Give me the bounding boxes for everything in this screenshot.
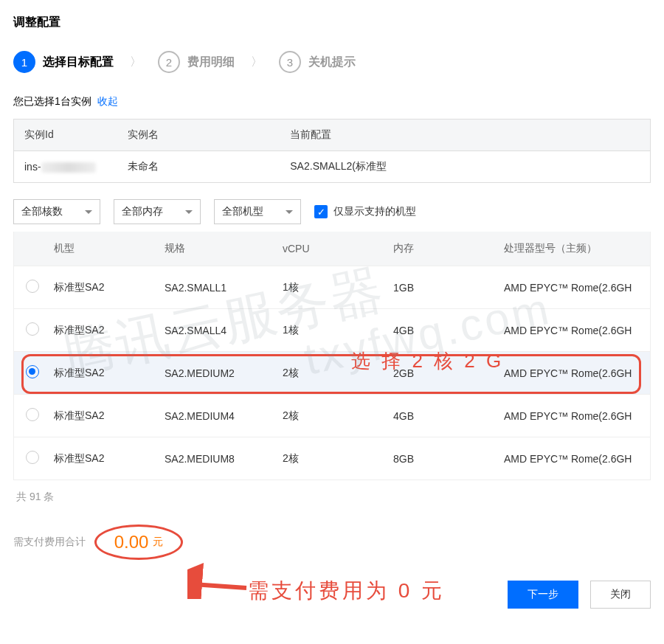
instance-row: ins- 未命名 SA2.SMALL2(标准型 (14, 151, 651, 183)
caret-down-icon (286, 210, 293, 214)
spec-row[interactable]: 标准型SA2SA2.MEDIUM42核4GBAMD EPYC™ Rome(2.6… (14, 395, 650, 437)
instance-id-prefix: ins- (24, 161, 41, 173)
button-row: 下一步 关闭 (13, 581, 651, 609)
step-1-number: 1 (13, 51, 35, 73)
step-3-label: 关机提示 (308, 55, 356, 70)
caret-down-icon (185, 210, 193, 214)
checkbox-checked-icon: ✓ (314, 205, 328, 218)
step-1-label: 选择目标配置 (43, 55, 114, 70)
row-spec: SA2.SMALL1 (157, 266, 275, 309)
filter-mem-label: 全部内存 (122, 205, 163, 218)
row-vcpu: 2核 (275, 395, 386, 437)
row-mem: 8GB (386, 437, 497, 480)
spec-table: 机型 规格 vCPU 内存 处理器型号（主频） 标准型SA2SA2.SMALL1… (14, 232, 650, 479)
instance-name: 未命名 (117, 151, 280, 183)
selected-count-text: 您已选择1台实例 (13, 95, 91, 107)
filter-mem-dropdown[interactable]: 全部内存 (114, 199, 201, 224)
chevron-right-icon: 〉 (251, 55, 263, 70)
close-button[interactable]: 关闭 (590, 581, 651, 609)
radio-icon[interactable] (26, 408, 39, 421)
annotation-price-circle: 0.00 元 (94, 524, 183, 560)
radio-icon[interactable] (26, 322, 39, 336)
only-supported-checkbox[interactable]: ✓ 仅显示支持的机型 (314, 205, 416, 218)
radio-icon[interactable] (26, 365, 39, 378)
collapse-link[interactable]: 收起 (97, 95, 118, 107)
pay-amount: 0.00 (114, 532, 149, 553)
radio-icon[interactable] (26, 451, 39, 464)
instance-id-redacted (41, 162, 96, 173)
instance-header-id: 实例Id (14, 120, 117, 151)
row-spec: SA2.MEDIUM8 (157, 437, 275, 480)
row-vcpu: 2核 (275, 437, 386, 480)
instance-config: SA2.SMALL2(标准型 (280, 151, 650, 183)
stepper: 1 选择目标配置 〉 2 费用明细 〉 3 关机提示 (13, 51, 651, 73)
row-proc: AMD EPYC™ Rome(2.6GH (497, 395, 650, 437)
step-3-number: 3 (279, 51, 301, 73)
row-mem: 4GB (386, 309, 497, 352)
step-2[interactable]: 2 费用明细 (158, 51, 235, 73)
row-vcpu: 2核 (275, 352, 386, 395)
spec-header-proc: 处理器型号（主频） (497, 232, 650, 266)
radio-icon[interactable] (26, 280, 39, 293)
row-spec: SA2.MEDIUM4 (157, 395, 275, 437)
step-1[interactable]: 1 选择目标配置 (13, 51, 114, 73)
row-model: 标准型SA2 (46, 352, 157, 395)
filter-model-dropdown[interactable]: 全部机型 (214, 199, 301, 224)
row-model: 标准型SA2 (46, 437, 157, 480)
row-mem: 2GB (386, 352, 497, 395)
filter-model-label: 全部机型 (222, 205, 263, 218)
instance-header-name: 实例名 (117, 120, 280, 151)
instance-table: 实例Id 实例名 当前配置 ins- 未命名 SA2.SMALL2(标准型 (13, 119, 651, 183)
row-vcpu: 1核 (275, 266, 386, 309)
step-3[interactable]: 3 关机提示 (279, 51, 356, 73)
caret-down-icon (85, 210, 92, 214)
row-proc: AMD EPYC™ Rome(2.6GH (497, 437, 650, 480)
spec-header-spec: 规格 (157, 232, 275, 266)
spec-row[interactable]: 标准型SA2SA2.MEDIUM22核2GBAMD EPYC™ Rome(2.6… (14, 352, 650, 395)
row-model: 标准型SA2 (46, 266, 157, 309)
filter-cores-dropdown[interactable]: 全部核数 (13, 199, 100, 224)
spec-table-wrap: 机型 规格 vCPU 内存 处理器型号（主频） 标准型SA2SA2.SMALL1… (13, 232, 651, 480)
filter-cores-label: 全部核数 (21, 205, 63, 218)
spec-header-vcpu: vCPU (275, 232, 386, 266)
next-button[interactable]: 下一步 (508, 581, 578, 609)
row-mem: 1GB (386, 266, 497, 309)
step-2-label: 费用明细 (187, 55, 235, 70)
row-vcpu: 1核 (275, 309, 386, 352)
row-spec: SA2.MEDIUM2 (157, 352, 275, 395)
row-spec: SA2.SMALL4 (157, 309, 275, 352)
spec-row[interactable]: 标准型SA2SA2.SMALL11核1GBAMD EPYC™ Rome(2.6G… (14, 266, 650, 309)
pay-line: 需支付费用合计 0.00 元 (13, 524, 651, 560)
spec-row[interactable]: 标准型SA2SA2.SMALL41核4GBAMD EPYC™ Rome(2.6G… (14, 309, 650, 352)
instance-header-config: 当前配置 (280, 120, 650, 151)
spec-header-mem: 内存 (386, 232, 497, 266)
row-proc: AMD EPYC™ Rome(2.6GH (497, 266, 650, 309)
spec-header-model: 机型 (46, 232, 157, 266)
row-model: 标准型SA2 (46, 309, 157, 352)
selected-instances-line: 您已选择1台实例 收起 (13, 95, 651, 108)
row-model: 标准型SA2 (46, 395, 157, 437)
total-count: 共 91 条 (16, 491, 648, 504)
pay-label: 需支付费用合计 (13, 536, 86, 549)
pay-unit: 元 (153, 536, 163, 549)
page-title: 调整配置 (13, 15, 651, 30)
filter-row: 全部核数 全部内存 全部机型 ✓ 仅显示支持的机型 (13, 199, 651, 224)
row-mem: 4GB (386, 395, 497, 437)
step-2-number: 2 (158, 51, 180, 73)
row-proc: AMD EPYC™ Rome(2.6GH (497, 352, 650, 395)
chevron-right-icon: 〉 (130, 55, 142, 70)
spec-row[interactable]: 标准型SA2SA2.MEDIUM82核8GBAMD EPYC™ Rome(2.6… (14, 437, 650, 480)
row-proc: AMD EPYC™ Rome(2.6GH (497, 309, 650, 352)
only-supported-label: 仅显示支持的机型 (333, 205, 416, 218)
